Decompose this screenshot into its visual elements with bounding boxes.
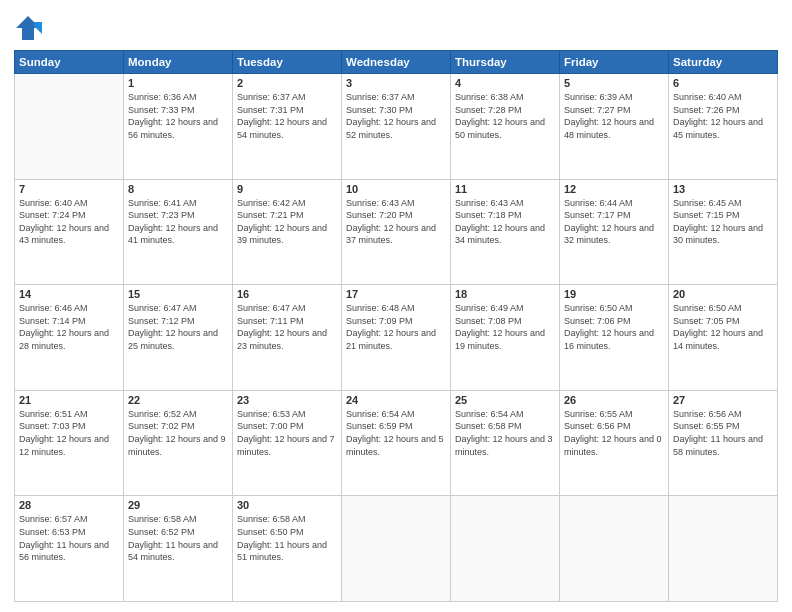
day-info: Sunrise: 6:37 AMSunset: 7:31 PMDaylight:… bbox=[237, 91, 337, 141]
day-info: Sunrise: 6:53 AMSunset: 7:00 PMDaylight:… bbox=[237, 408, 337, 458]
day-number: 22 bbox=[128, 394, 228, 406]
weekday-header-thursday: Thursday bbox=[451, 51, 560, 74]
day-number: 21 bbox=[19, 394, 119, 406]
day-number: 27 bbox=[673, 394, 773, 406]
header bbox=[14, 10, 778, 42]
day-info: Sunrise: 6:44 AMSunset: 7:17 PMDaylight:… bbox=[564, 197, 664, 247]
day-number: 11 bbox=[455, 183, 555, 195]
day-info: Sunrise: 6:48 AMSunset: 7:09 PMDaylight:… bbox=[346, 302, 446, 352]
day-info: Sunrise: 6:39 AMSunset: 7:27 PMDaylight:… bbox=[564, 91, 664, 141]
weekday-header-tuesday: Tuesday bbox=[233, 51, 342, 74]
weekday-header-friday: Friday bbox=[560, 51, 669, 74]
day-number: 10 bbox=[346, 183, 446, 195]
calendar-week-row: 28Sunrise: 6:57 AMSunset: 6:53 PMDayligh… bbox=[15, 496, 778, 602]
day-number: 25 bbox=[455, 394, 555, 406]
day-number: 24 bbox=[346, 394, 446, 406]
calendar-cell: 16Sunrise: 6:47 AMSunset: 7:11 PMDayligh… bbox=[233, 285, 342, 391]
day-info: Sunrise: 6:42 AMSunset: 7:21 PMDaylight:… bbox=[237, 197, 337, 247]
calendar-cell: 12Sunrise: 6:44 AMSunset: 7:17 PMDayligh… bbox=[560, 179, 669, 285]
calendar-cell: 9Sunrise: 6:42 AMSunset: 7:21 PMDaylight… bbox=[233, 179, 342, 285]
calendar-cell: 24Sunrise: 6:54 AMSunset: 6:59 PMDayligh… bbox=[342, 390, 451, 496]
day-info: Sunrise: 6:55 AMSunset: 6:56 PMDaylight:… bbox=[564, 408, 664, 458]
calendar-cell: 6Sunrise: 6:40 AMSunset: 7:26 PMDaylight… bbox=[669, 74, 778, 180]
day-info: Sunrise: 6:43 AMSunset: 7:18 PMDaylight:… bbox=[455, 197, 555, 247]
calendar-cell: 10Sunrise: 6:43 AMSunset: 7:20 PMDayligh… bbox=[342, 179, 451, 285]
day-info: Sunrise: 6:51 AMSunset: 7:03 PMDaylight:… bbox=[19, 408, 119, 458]
calendar-cell: 13Sunrise: 6:45 AMSunset: 7:15 PMDayligh… bbox=[669, 179, 778, 285]
calendar-cell bbox=[15, 74, 124, 180]
page: SundayMondayTuesdayWednesdayThursdayFrid… bbox=[0, 0, 792, 612]
calendar-cell bbox=[342, 496, 451, 602]
day-number: 12 bbox=[564, 183, 664, 195]
day-info: Sunrise: 6:47 AMSunset: 7:11 PMDaylight:… bbox=[237, 302, 337, 352]
day-info: Sunrise: 6:43 AMSunset: 7:20 PMDaylight:… bbox=[346, 197, 446, 247]
day-number: 16 bbox=[237, 288, 337, 300]
calendar-cell: 18Sunrise: 6:49 AMSunset: 7:08 PMDayligh… bbox=[451, 285, 560, 391]
day-info: Sunrise: 6:58 AMSunset: 6:50 PMDaylight:… bbox=[237, 513, 337, 563]
calendar-week-row: 1Sunrise: 6:36 AMSunset: 7:33 PMDaylight… bbox=[15, 74, 778, 180]
calendar-cell: 15Sunrise: 6:47 AMSunset: 7:12 PMDayligh… bbox=[124, 285, 233, 391]
day-number: 26 bbox=[564, 394, 664, 406]
calendar-cell: 14Sunrise: 6:46 AMSunset: 7:14 PMDayligh… bbox=[15, 285, 124, 391]
day-info: Sunrise: 6:47 AMSunset: 7:12 PMDaylight:… bbox=[128, 302, 228, 352]
calendar-cell: 3Sunrise: 6:37 AMSunset: 7:30 PMDaylight… bbox=[342, 74, 451, 180]
calendar-cell: 26Sunrise: 6:55 AMSunset: 6:56 PMDayligh… bbox=[560, 390, 669, 496]
calendar-cell: 2Sunrise: 6:37 AMSunset: 7:31 PMDaylight… bbox=[233, 74, 342, 180]
calendar-cell bbox=[451, 496, 560, 602]
day-number: 30 bbox=[237, 499, 337, 511]
day-info: Sunrise: 6:50 AMSunset: 7:06 PMDaylight:… bbox=[564, 302, 664, 352]
day-number: 7 bbox=[19, 183, 119, 195]
day-number: 3 bbox=[346, 77, 446, 89]
calendar-cell: 4Sunrise: 6:38 AMSunset: 7:28 PMDaylight… bbox=[451, 74, 560, 180]
calendar-cell: 29Sunrise: 6:58 AMSunset: 6:52 PMDayligh… bbox=[124, 496, 233, 602]
calendar-cell: 21Sunrise: 6:51 AMSunset: 7:03 PMDayligh… bbox=[15, 390, 124, 496]
day-info: Sunrise: 6:58 AMSunset: 6:52 PMDaylight:… bbox=[128, 513, 228, 563]
day-info: Sunrise: 6:36 AMSunset: 7:33 PMDaylight:… bbox=[128, 91, 228, 141]
day-number: 6 bbox=[673, 77, 773, 89]
weekday-header-sunday: Sunday bbox=[15, 51, 124, 74]
day-number: 17 bbox=[346, 288, 446, 300]
day-number: 29 bbox=[128, 499, 228, 511]
day-info: Sunrise: 6:41 AMSunset: 7:23 PMDaylight:… bbox=[128, 197, 228, 247]
calendar-cell: 22Sunrise: 6:52 AMSunset: 7:02 PMDayligh… bbox=[124, 390, 233, 496]
calendar-cell: 1Sunrise: 6:36 AMSunset: 7:33 PMDaylight… bbox=[124, 74, 233, 180]
weekday-header-saturday: Saturday bbox=[669, 51, 778, 74]
day-info: Sunrise: 6:54 AMSunset: 6:58 PMDaylight:… bbox=[455, 408, 555, 458]
day-number: 23 bbox=[237, 394, 337, 406]
calendar-cell: 27Sunrise: 6:56 AMSunset: 6:55 PMDayligh… bbox=[669, 390, 778, 496]
calendar-cell: 11Sunrise: 6:43 AMSunset: 7:18 PMDayligh… bbox=[451, 179, 560, 285]
calendar-cell: 5Sunrise: 6:39 AMSunset: 7:27 PMDaylight… bbox=[560, 74, 669, 180]
calendar-cell: 25Sunrise: 6:54 AMSunset: 6:58 PMDayligh… bbox=[451, 390, 560, 496]
day-number: 5 bbox=[564, 77, 664, 89]
logo bbox=[14, 14, 44, 42]
calendar-cell bbox=[560, 496, 669, 602]
calendar-cell: 28Sunrise: 6:57 AMSunset: 6:53 PMDayligh… bbox=[15, 496, 124, 602]
day-info: Sunrise: 6:45 AMSunset: 7:15 PMDaylight:… bbox=[673, 197, 773, 247]
day-info: Sunrise: 6:54 AMSunset: 6:59 PMDaylight:… bbox=[346, 408, 446, 458]
calendar-cell: 23Sunrise: 6:53 AMSunset: 7:00 PMDayligh… bbox=[233, 390, 342, 496]
calendar-cell bbox=[669, 496, 778, 602]
calendar-week-row: 7Sunrise: 6:40 AMSunset: 7:24 PMDaylight… bbox=[15, 179, 778, 285]
day-info: Sunrise: 6:40 AMSunset: 7:24 PMDaylight:… bbox=[19, 197, 119, 247]
weekday-header-monday: Monday bbox=[124, 51, 233, 74]
day-info: Sunrise: 6:52 AMSunset: 7:02 PMDaylight:… bbox=[128, 408, 228, 458]
day-info: Sunrise: 6:37 AMSunset: 7:30 PMDaylight:… bbox=[346, 91, 446, 141]
calendar-table: SundayMondayTuesdayWednesdayThursdayFrid… bbox=[14, 50, 778, 602]
day-number: 14 bbox=[19, 288, 119, 300]
day-info: Sunrise: 6:56 AMSunset: 6:55 PMDaylight:… bbox=[673, 408, 773, 458]
calendar-cell: 8Sunrise: 6:41 AMSunset: 7:23 PMDaylight… bbox=[124, 179, 233, 285]
day-number: 1 bbox=[128, 77, 228, 89]
day-number: 28 bbox=[19, 499, 119, 511]
day-number: 2 bbox=[237, 77, 337, 89]
calendar-cell: 20Sunrise: 6:50 AMSunset: 7:05 PMDayligh… bbox=[669, 285, 778, 391]
day-number: 18 bbox=[455, 288, 555, 300]
day-info: Sunrise: 6:46 AMSunset: 7:14 PMDaylight:… bbox=[19, 302, 119, 352]
day-info: Sunrise: 6:57 AMSunset: 6:53 PMDaylight:… bbox=[19, 513, 119, 563]
day-number: 8 bbox=[128, 183, 228, 195]
day-number: 15 bbox=[128, 288, 228, 300]
day-info: Sunrise: 6:38 AMSunset: 7:28 PMDaylight:… bbox=[455, 91, 555, 141]
calendar-week-row: 21Sunrise: 6:51 AMSunset: 7:03 PMDayligh… bbox=[15, 390, 778, 496]
day-number: 9 bbox=[237, 183, 337, 195]
day-number: 4 bbox=[455, 77, 555, 89]
calendar-cell: 17Sunrise: 6:48 AMSunset: 7:09 PMDayligh… bbox=[342, 285, 451, 391]
